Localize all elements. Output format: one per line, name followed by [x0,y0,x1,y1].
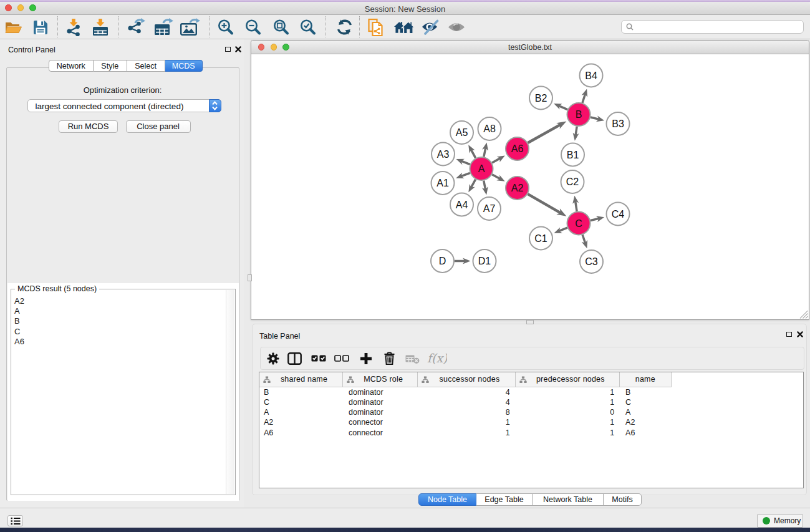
tab-network[interactable]: Network [49,60,94,72]
resize-grip-icon[interactable] [799,311,808,319]
result-list-item[interactable]: A2 [11,296,225,306]
mcds-result-panel: MCDS result (5 nodes) A2ABCA6 [7,283,239,501]
graph-node-label-A8: A8 [483,123,496,134]
open-session-button[interactable] [2,17,24,37]
tab-mcds[interactable]: MCDS [165,60,203,72]
add-column-button[interactable] [357,347,375,369]
graph-edge-B-B3[interactable] [591,117,599,119]
result-list-item[interactable]: B [11,316,225,326]
criterion-dropdown[interactable]: largest connected component (directed) [27,99,221,112]
table-row[interactable]: Cdominator41C [259,397,803,407]
unchecked-boxes-icon [334,355,349,362]
graph-edge-B-B4[interactable] [582,94,586,103]
tab-motifs[interactable]: Motifs [604,493,642,506]
select-all-button[interactable] [309,347,328,369]
tab-node-table[interactable]: Node Table [418,493,476,506]
delete-column-button[interactable] [380,347,398,369]
mcds-result-group: MCDS result (5 nodes) A2ABCA6 [11,289,236,495]
import-table-button[interactable] [90,17,111,37]
zoom-selected-button[interactable] [297,17,319,37]
graph-edge-B-B2[interactable] [559,105,568,109]
close-panel-button[interactable]: Close panel [126,120,191,133]
zoom-fit-button[interactable] [271,17,292,37]
column-header-successor-nodes[interactable]: successor nodes [418,372,515,387]
memory-button[interactable]: Memory [757,514,803,528]
column-header-shared-name[interactable]: shared name [259,372,343,387]
table-panel-float-button[interactable] [786,332,792,337]
hide-selected-button[interactable] [420,17,441,37]
table-cell: C [620,397,672,407]
graph-edge-A-A5[interactable] [471,149,476,158]
clone-network-button[interactable] [366,17,387,37]
split-divider-handle-left[interactable] [248,274,252,281]
result-list-item[interactable]: A [11,306,225,316]
graph-edge-A-A1[interactable] [461,173,470,177]
graph-edge-C-C1[interactable] [559,228,567,231]
tab-edge-table[interactable]: Edge Table [476,493,533,506]
zoom-in-button[interactable] [215,17,236,37]
result-list-scrollbar[interactable] [226,290,234,494]
export-image-icon [180,18,201,36]
save-session-button[interactable] [30,17,51,37]
deselect-all-button[interactable] [332,347,351,369]
application-window: Session: New Session Control Panel [0,0,810,532]
show-panels-button[interactable] [7,515,23,526]
graph-edge-C-C2[interactable] [576,200,577,211]
split-divider-handle-bottom[interactable] [526,320,534,324]
zoom-out-button[interactable] [243,17,264,37]
table-panel-close-button[interactable] [797,331,803,337]
table-row[interactable]: A6connector11A6 [259,428,803,438]
control-panel-float-button[interactable] [225,47,231,52]
table-body: Bdominator41BCdominator41CAdominator80AA… [259,387,803,438]
tab-style[interactable]: Style [94,60,127,72]
control-panel-close-button[interactable] [235,46,241,52]
network-graph-canvas[interactable]: AA6A2BCA1A3A4A5A7A8B1B2B3B4C1C2C3C4DD1 [251,54,809,320]
graph-edge-A-A4[interactable] [471,179,475,188]
table-cell: connector [343,428,418,438]
result-list-item[interactable]: A6 [11,337,225,347]
import-network-button[interactable] [63,17,84,37]
search-input[interactable] [636,22,795,31]
graph-edge-A-A2[interactable] [492,174,500,178]
tab-select[interactable]: Select [127,60,165,72]
home-button[interactable] [393,17,415,37]
graph-edge-B-B1[interactable] [576,126,577,135]
table-row[interactable]: A2connector11A2 [259,417,803,427]
graph-node-label-C4: C4 [612,208,625,219]
graph-edge-A2-C[interactable] [528,194,561,213]
graph-edge-A-A7[interactable] [484,180,486,190]
column-header-predecessor-nodes[interactable]: predecessor nodes [516,372,620,387]
column-settings-button[interactable] [264,347,282,369]
graph-edge-A-A6[interactable] [492,158,501,163]
result-list-item[interactable]: C [11,327,225,337]
tab-network-table[interactable]: Network Table [533,493,604,506]
split-view-button[interactable] [285,347,304,369]
table-cell: 1 [516,428,620,438]
mcds-result-list[interactable]: A2ABCA6 [11,296,225,494]
apply-layout-button[interactable] [334,17,355,37]
table-row[interactable]: Bdominator41B [259,387,803,397]
export-network-button[interactable] [125,17,147,37]
network-window-titlebar[interactable]: testGlobe.txt [251,41,809,54]
export-table-button[interactable] [153,17,174,37]
delete-table-button[interactable] [403,347,422,369]
table-panel: Table Panel f(x) shared nameMCDS rolesuc… [252,324,807,495]
search-field[interactable] [621,20,804,34]
column-header-MCDS-role[interactable]: MCDS role [343,372,418,387]
graph-edge-A-A3[interactable] [461,160,470,164]
table-row[interactable]: Adominator80A [259,407,803,417]
graph-edge-A6-B[interactable] [528,124,561,143]
trash-icon [383,352,395,365]
column-header-name[interactable]: name [620,372,672,387]
graph-edge-C-C4[interactable] [591,218,599,220]
main-titlebar[interactable]: Session: New Session [0,2,810,15]
toolbar-separator [325,16,325,37]
graph-edge-A-A8[interactable] [484,147,486,157]
run-mcds-button[interactable]: Run MCDS [59,120,118,133]
function-icon: f(x) [426,352,447,365]
network-view-window: testGlobe.txt AA6A2BCA1A3A4A5A7A8B1B2B3B… [251,40,809,320]
show-all-button[interactable] [446,17,467,37]
apply-function-button[interactable]: f(x) [425,347,448,369]
graph-edge-C-C3[interactable] [582,235,586,243]
export-image-button[interactable] [180,17,201,37]
